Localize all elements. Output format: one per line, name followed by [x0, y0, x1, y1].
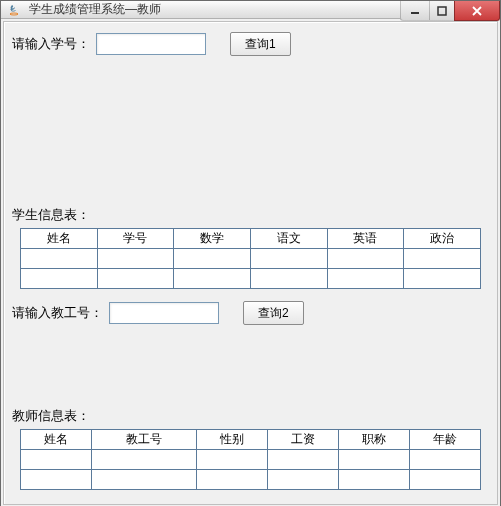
table-cell: [21, 470, 92, 490]
app-window: 学生成绩管理系统—教师 请输入学号： 查询1 学生信息表：: [0, 0, 501, 506]
table-header: 性别: [197, 430, 268, 450]
table-cell: [327, 249, 404, 269]
table-header: 政治: [404, 229, 481, 249]
teacher-query-row: 请输入教工号： 查询2: [12, 301, 489, 325]
teacher-table-caption: 教师信息表：: [12, 407, 489, 425]
table-cell: [21, 249, 98, 269]
window-title: 学生成绩管理系统—教师: [29, 1, 161, 18]
table-cell: [197, 470, 268, 490]
content-panel: 请输入学号： 查询1 学生信息表： 姓名学号数学语文英语政治 请输入教工号： 查…: [3, 21, 498, 505]
svg-point-0: [10, 13, 18, 15]
student-table-wrap: 姓名学号数学语文英语政治: [12, 228, 489, 295]
table-header: 年龄: [409, 430, 480, 450]
window-controls: [401, 1, 500, 21]
table-cell: [339, 470, 410, 490]
student-table-caption: 学生信息表：: [12, 206, 489, 224]
table-row: [21, 249, 481, 269]
java-icon: [7, 2, 23, 18]
spacer: [12, 333, 489, 403]
teacher-id-input[interactable]: [109, 302, 219, 324]
table-cell: [97, 269, 174, 289]
close-icon: [471, 5, 483, 17]
student-query-row: 请输入学号： 查询1: [12, 32, 489, 56]
minimize-button[interactable]: [400, 1, 430, 21]
teacher-table: 姓名教工号性别工资职称年龄: [20, 429, 481, 490]
table-cell: [250, 249, 327, 269]
teacher-table-wrap: 姓名教工号性别工资职称年龄: [12, 429, 489, 496]
student-id-input[interactable]: [96, 33, 206, 55]
svg-rect-1: [411, 12, 419, 14]
svg-rect-2: [438, 7, 446, 15]
table-cell: [197, 450, 268, 470]
maximize-button[interactable]: [429, 1, 455, 21]
table-cell: [174, 269, 251, 289]
table-header: 工资: [268, 430, 339, 450]
table-cell: [91, 450, 196, 470]
table-cell: [327, 269, 404, 289]
close-button[interactable]: [454, 1, 500, 21]
table-cell: [174, 249, 251, 269]
table-cell: [409, 470, 480, 490]
query1-button[interactable]: 查询1: [230, 32, 291, 56]
table-header: 教工号: [91, 430, 196, 450]
table-header: 学号: [97, 229, 174, 249]
table-header: 数学: [174, 229, 251, 249]
table-cell: [404, 269, 481, 289]
table-cell: [21, 450, 92, 470]
table-cell: [409, 450, 480, 470]
table-header: 英语: [327, 229, 404, 249]
query2-button[interactable]: 查询2: [243, 301, 304, 325]
table-cell: [21, 269, 98, 289]
student-table: 姓名学号数学语文英语政治: [20, 228, 481, 289]
client-area: 请输入学号： 查询1 学生信息表： 姓名学号数学语文英语政治 请输入教工号： 查…: [1, 19, 500, 506]
table-row: [21, 470, 481, 490]
table-header: 姓名: [21, 229, 98, 249]
table-header: 姓名: [21, 430, 92, 450]
minimize-icon: [410, 6, 420, 16]
table-header: 职称: [339, 430, 410, 450]
spacer: [12, 64, 489, 202]
table-cell: [97, 249, 174, 269]
table-cell: [268, 470, 339, 490]
table-row: [21, 450, 481, 470]
table-cell: [250, 269, 327, 289]
table-cell: [339, 450, 410, 470]
table-cell: [268, 450, 339, 470]
table-header: 语文: [250, 229, 327, 249]
teacher-id-label: 请输入教工号：: [12, 304, 103, 322]
table-cell: [91, 470, 196, 490]
student-id-label: 请输入学号：: [12, 35, 90, 53]
maximize-icon: [437, 6, 447, 16]
titlebar: 学生成绩管理系统—教师: [1, 1, 500, 19]
table-cell: [404, 249, 481, 269]
table-row: [21, 269, 481, 289]
